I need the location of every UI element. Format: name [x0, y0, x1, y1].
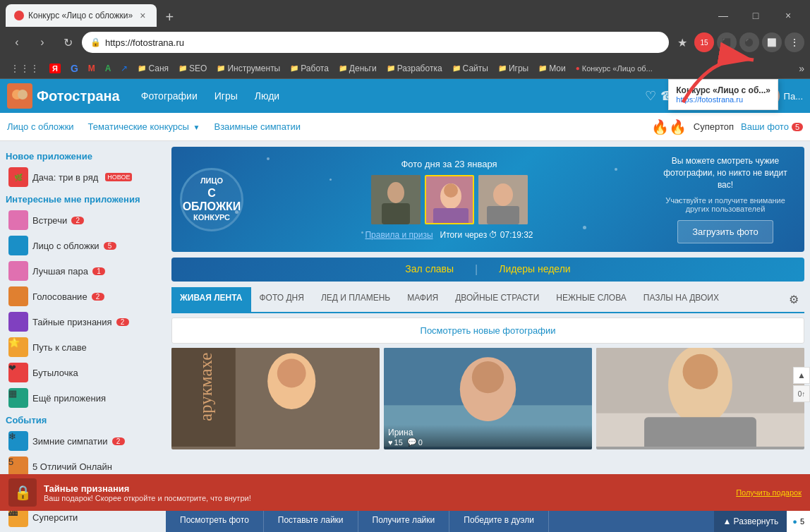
- sidebar-dача[interactable]: 🌿 Дача: три в ряд НОВОЕ: [6, 164, 160, 190]
- notification-icon: 🔒: [8, 478, 37, 507]
- tooltip-title: Конкурс «Лицо с об...»: [676, 85, 770, 95]
- site-logo[interactable]: Фотострана: [7, 83, 120, 109]
- fire-icon: 🔥🔥: [651, 119, 687, 135]
- sidebar-glory-path[interactable]: ⭐ Путь к славе: [6, 334, 160, 360]
- contest-photo-1[interactable]: [371, 175, 421, 224]
- minimize-button[interactable]: —: [707, 4, 739, 27]
- tabs-settings-icon[interactable]: ⚙: [783, 287, 804, 312]
- contest-photo-2[interactable]: [425, 175, 474, 224]
- username-label[interactable]: Па...: [784, 91, 803, 102]
- nav-people[interactable]: Люди: [248, 87, 286, 104]
- upload-photo-button[interactable]: Загрузить фото: [677, 220, 773, 243]
- bookmark-instruments[interactable]: 📁Инструменты: [212, 62, 284, 75]
- tab-bar: Конкурс «Лицо с обложки» × + — □ ×: [0, 0, 810, 27]
- bookmark-games[interactable]: 📁Игры: [494, 62, 533, 75]
- browser-action-buttons: 15 ⬛ ⚫ ⬜ ⋮: [694, 32, 804, 52]
- scroll-up-button[interactable]: ▲: [793, 367, 810, 384]
- menu-button[interactable]: ⋮: [785, 32, 804, 52]
- extension-button-3[interactable]: ⬜: [762, 32, 782, 52]
- sidebar-bottle[interactable]: ❤ Бутылочка: [6, 360, 160, 385]
- tab-photo-day[interactable]: ФОТО ДНЯ: [251, 287, 313, 313]
- photo-card-3[interactable]: [596, 348, 804, 449]
- bookmark-star-button[interactable]: ★: [677, 36, 687, 49]
- heart-icon[interactable]: ♡: [645, 88, 656, 104]
- tab-gentle-words[interactable]: НЕЖНЫЕ СЛОВА: [548, 287, 634, 313]
- view-more-bar[interactable]: Посмотреть новые фотографии: [171, 318, 804, 344]
- sidebar-best-pair[interactable]: Лучшая пара 1: [6, 258, 160, 284]
- meetings-icon: [8, 210, 28, 230]
- bookmark-seo[interactable]: 📁SEO: [174, 62, 211, 75]
- subnav-cover-face[interactable]: Лицо с обложки: [7, 114, 74, 139]
- action-view-photos[interactable]: Посмотреть фото: [166, 511, 264, 532]
- contest-photo-3[interactable]: [478, 175, 528, 224]
- bookmark-gmail[interactable]: М: [84, 62, 99, 75]
- tab-favicon: [14, 11, 24, 20]
- logo-line2: С ОБЛОЖКИ: [182, 186, 241, 213]
- close-button[interactable]: ×: [772, 4, 804, 27]
- subnav-thematic[interactable]: Тематические конкурсы ▼: [88, 114, 200, 139]
- bookmark-money[interactable]: 📁Деньги: [334, 62, 381, 75]
- bookmarks-more-button[interactable]: »: [799, 63, 804, 74]
- tab-double-passion[interactable]: ДВОЙНЫЕ СТРАСТИ: [447, 287, 548, 313]
- bookmark-sanya[interactable]: 📁Саня: [133, 62, 173, 75]
- action-give-likes[interactable]: Поставьте лайки: [264, 511, 358, 532]
- profile-button[interactable]: 15: [694, 32, 714, 52]
- tab-mafia[interactable]: МАФИЯ: [399, 287, 447, 313]
- sidebar-winter-hearts[interactable]: ❄ Зимние симпатии 2: [6, 428, 160, 454]
- new-app-section-title: Новое приложение: [6, 151, 160, 162]
- tab-live-feed[interactable]: ЖИВАЯ ЛЕНТА: [171, 287, 251, 313]
- action-duel[interactable]: Победите в дуэли: [449, 511, 549, 532]
- supertop-label[interactable]: Супертоп: [694, 121, 734, 132]
- new-tab-button[interactable]: +: [159, 7, 179, 27]
- winter-hearts-label: Зимние симпатии: [32, 436, 108, 447]
- address-input[interactable]: 🔒 https://fotostrana.ru: [82, 32, 669, 53]
- bookmark-trends[interactable]: ↗: [116, 62, 132, 75]
- notif-link[interactable]: Получить подарок: [736, 488, 802, 497]
- best-pair-badge: 1: [92, 267, 105, 275]
- extension-button-2[interactable]: ⚫: [739, 32, 759, 52]
- meetings-badge: 2: [71, 217, 84, 224]
- sidebar-more-apps[interactable]: ▦ Ещё приложения: [6, 385, 160, 411]
- supercity-label: Суперсити: [32, 512, 78, 523]
- sidebar-cover-face[interactable]: Лицо с обложки 5: [6, 233, 160, 258]
- bookmark-mine[interactable]: 📁Мои: [534, 62, 570, 75]
- tab-close-button[interactable]: ×: [137, 10, 148, 21]
- contest-banner: ЛИЦО С ОБЛОЖКИ КОНКУРС Фото дня за 23 ян…: [171, 147, 804, 252]
- sidebar-secret[interactable]: Тайные признания 2: [6, 309, 160, 334]
- voting-icon: [8, 286, 28, 306]
- subnav-mutual[interactable]: Взаимные симпатии: [214, 114, 301, 139]
- nav-games[interactable]: Игры: [207, 87, 245, 104]
- extension-button-1[interactable]: ⬛: [717, 32, 737, 52]
- leaders-link[interactable]: Лидеры недели: [478, 258, 591, 282]
- photo-card-1[interactable]: арукмахе: [171, 348, 380, 449]
- develop-button[interactable]: ▲ Развернуть: [714, 511, 787, 532]
- tab-puzzles-for-two[interactable]: ПАЗЛЫ НА ДВОИХ: [635, 287, 727, 313]
- page-indicator[interactable]: ● 5: [787, 511, 810, 532]
- maximize-button[interactable]: □: [739, 4, 772, 27]
- photo-card-2[interactable]: Ирина ♥ 15 💬 0: [384, 348, 592, 449]
- bookmark-google[interactable]: G: [66, 61, 83, 75]
- active-tab[interactable]: Конкурс «Лицо с обложки» ×: [6, 4, 157, 27]
- your-photos[interactable]: Ваши фото 5: [741, 121, 803, 132]
- bookmark-yandex[interactable]: Я: [45, 62, 65, 75]
- bookmark-sites[interactable]: 📁Сайты: [448, 62, 492, 75]
- sidebar-voting[interactable]: Голосование 2: [6, 284, 160, 309]
- winter-hearts-icon: ❄: [8, 431, 28, 451]
- interesting-section-title: Интересные мне приложения: [6, 194, 160, 205]
- action-get-likes[interactable]: Получите лайки: [358, 511, 450, 532]
- bookmark-maps[interactable]: А: [101, 62, 116, 75]
- bookmark-work[interactable]: 📁Работа: [286, 62, 333, 75]
- bookmark-dev[interactable]: 📁Разработка: [382, 62, 447, 75]
- bookmark-apps[interactable]: ⋮⋮⋮: [6, 61, 44, 75]
- rules-link[interactable]: Правила и призы: [365, 230, 433, 240]
- forward-button[interactable]: ›: [31, 31, 54, 54]
- reload-button[interactable]: ↻: [56, 31, 79, 54]
- address-bar: ‹ › ↻ 🔒 https://fotostrana.ru ★ 15 ⬛ ⚫ ⬜…: [0, 27, 810, 58]
- sidebar-meetings[interactable]: Встречи 2: [6, 207, 160, 233]
- tab-ice-flame[interactable]: ЛЕД И ПЛАМЕНЬ: [313, 287, 399, 313]
- back-button[interactable]: ‹: [6, 31, 28, 54]
- notif-desc: Ваш подарок! Скорее откройте и посмотрит…: [44, 494, 736, 502]
- hall-fame-link[interactable]: Зал славы: [384, 258, 475, 282]
- bookmark-contest[interactable]: ● Конкурс «Лицо об...: [572, 63, 657, 74]
- nav-photos[interactable]: Фотографии: [134, 87, 205, 104]
